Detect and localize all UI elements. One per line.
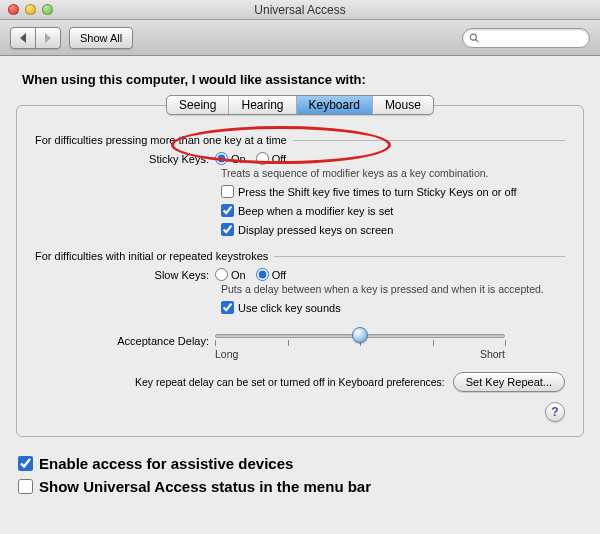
sticky-keys-label: Sticky Keys: [35, 153, 215, 165]
keyboard-pane: For difficulties pressing more than one … [16, 105, 584, 437]
slow-click-sounds-label: Use click key sounds [238, 302, 341, 314]
slider-min-label: Long [215, 348, 238, 360]
intro-text: When using this computer, I would like a… [22, 72, 584, 87]
help-button[interactable]: ? [545, 402, 565, 422]
chevron-left-icon [19, 33, 27, 43]
search-input[interactable] [483, 31, 583, 45]
sticky-beep-checkbox[interactable] [221, 204, 234, 217]
sticky-off-label: Off [272, 153, 286, 165]
sticky-keys-section-header: For difficulties pressing more than one … [35, 134, 565, 146]
sticky-display-label: Display pressed keys on screen [238, 224, 393, 236]
assistive-devices-label: Enable access for assistive devices [39, 455, 293, 472]
sticky-beep-row: Beep when a modifier key is set [221, 204, 565, 217]
sticky-beep-label: Beep when a modifier key is set [238, 205, 393, 217]
sticky-display-checkbox[interactable] [221, 223, 234, 236]
back-button[interactable] [10, 27, 36, 49]
acceptance-delay-row: Acceptance Delay: Long Short [35, 322, 565, 360]
global-options: Enable access for assistive devices Show… [0, 445, 600, 509]
tab-seeing[interactable]: Seeing [167, 96, 229, 114]
tab-bar: Seeing Hearing Keyboard Mouse [16, 95, 584, 117]
nav-back-forward [10, 27, 61, 49]
sticky-display-row: Display pressed keys on screen [221, 223, 565, 236]
slow-keys-row: Slow Keys: On Off [35, 268, 565, 281]
slow-click-sounds-checkbox[interactable] [221, 301, 234, 314]
slider-max-label: Short [480, 348, 505, 360]
sticky-shift5-label: Press the Shift key five times to turn S… [238, 186, 517, 198]
sticky-on-label: On [231, 153, 246, 165]
divider [293, 140, 565, 141]
menubar-status-label: Show Universal Access status in the menu… [39, 478, 371, 495]
slow-off-label: Off [272, 269, 286, 281]
preference-pane: When using this computer, I would like a… [0, 56, 600, 445]
slow-keys-section-header: For difficulties with initial or repeate… [35, 250, 565, 262]
chevron-right-icon [44, 33, 52, 43]
acceptance-delay-slider-wrap: Long Short [215, 326, 505, 360]
slow-click-sounds-row: Use click key sounds [221, 301, 565, 314]
sticky-keys-row: Sticky Keys: On Off [35, 152, 565, 165]
slow-keys-section-title: For difficulties with initial or repeate… [35, 250, 268, 262]
acceptance-delay-label: Acceptance Delay: [35, 335, 215, 347]
slow-keys-on-radio[interactable] [215, 268, 228, 281]
slow-keys-hint: Puts a delay between when a key is press… [221, 283, 565, 295]
sticky-shift5-checkbox[interactable] [221, 185, 234, 198]
svg-line-1 [476, 39, 479, 42]
sticky-keys-hint: Treats a sequence of modifier keys as a … [221, 167, 565, 179]
titlebar: Universal Access [0, 0, 600, 20]
help-icon: ? [551, 405, 558, 419]
key-repeat-row: Key repeat delay can be set or turned of… [35, 372, 565, 392]
slow-keys-label: Slow Keys: [35, 269, 215, 281]
set-key-repeat-button[interactable]: Set Key Repeat... [453, 372, 565, 392]
sticky-keys-on-radio[interactable] [215, 152, 228, 165]
show-all-button[interactable]: Show All [69, 27, 133, 49]
slow-on-label: On [231, 269, 246, 281]
key-repeat-hint: Key repeat delay can be set or turned of… [135, 376, 445, 388]
menubar-status-checkbox[interactable] [18, 479, 33, 494]
sticky-keys-section-title: For difficulties pressing more than one … [35, 134, 287, 146]
sticky-shift5-row: Press the Shift key five times to turn S… [221, 185, 565, 198]
svg-point-0 [470, 34, 476, 40]
search-icon [469, 32, 479, 44]
toolbar: Show All [0, 20, 600, 56]
tab-hearing[interactable]: Hearing [229, 96, 296, 114]
tab-keyboard[interactable]: Keyboard [297, 96, 373, 114]
divider [274, 256, 565, 257]
assistive-devices-checkbox[interactable] [18, 456, 33, 471]
search-field[interactable] [462, 28, 590, 48]
sticky-keys-off-radio[interactable] [256, 152, 269, 165]
slider-thumb-icon[interactable] [352, 327, 368, 343]
menubar-status-row: Show Universal Access status in the menu… [18, 478, 582, 495]
forward-button[interactable] [35, 27, 61, 49]
assistive-devices-row: Enable access for assistive devices [18, 455, 582, 472]
window-title: Universal Access [0, 3, 600, 17]
slow-keys-off-radio[interactable] [256, 268, 269, 281]
acceptance-delay-slider[interactable] [215, 326, 505, 346]
tab-mouse[interactable]: Mouse [373, 96, 433, 114]
